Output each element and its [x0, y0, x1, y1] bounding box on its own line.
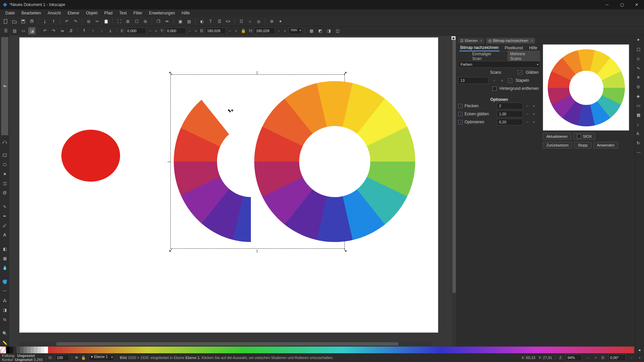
save-button[interactable]	[19, 18, 27, 25]
palette-swatch[interactable]	[606, 347, 610, 353]
group-button[interactable]: ▣	[176, 18, 184, 25]
palette-swatch[interactable]	[379, 347, 383, 353]
palette-swatch[interactable]	[470, 347, 474, 353]
snap-intersect[interactable]: ✕	[637, 75, 643, 81]
palette-swatch[interactable]	[104, 347, 107, 353]
speckles-inc[interactable]: +	[532, 103, 536, 109]
scans-dec[interactable]: −	[492, 77, 496, 84]
transform-button[interactable]: ⟐	[246, 18, 254, 25]
palette-swatch[interactable]	[627, 347, 631, 353]
palette-swatch[interactable]	[299, 347, 303, 353]
raise-top-button[interactable]: ⤒	[80, 27, 88, 35]
connector-tool[interactable]: ⇆	[1, 316, 8, 323]
palette-swatch[interactable]	[195, 347, 198, 353]
snap-center[interactable]: ⊙	[637, 84, 643, 90]
palette-swatch[interactable]	[76, 347, 79, 353]
flip-h-button[interactable]: ⇋	[59, 27, 66, 35]
x-inc[interactable]: +	[154, 27, 158, 34]
palette-swatch[interactable]	[107, 347, 111, 353]
palette-swatch[interactable]	[331, 347, 334, 353]
palette-swatch[interactable]	[338, 347, 341, 353]
palette-none[interactable]	[0, 347, 6, 353]
select-all-layers-button[interactable]: ☰	[2, 27, 9, 35]
fill-stroke-button[interactable]: ◐	[198, 18, 206, 25]
snap-page[interactable]: ▭	[637, 103, 643, 109]
speckles-input[interactable]	[497, 103, 523, 109]
palette-swatch[interactable]	[156, 347, 159, 353]
copy-button[interactable]: ⧉	[85, 18, 92, 25]
paintbucket-tool[interactable]: 🪣	[1, 278, 8, 286]
palette-swatch[interactable]	[209, 347, 212, 353]
close-icon[interactable]: ×	[531, 39, 533, 43]
palette-swatch[interactable]	[474, 347, 477, 353]
trace-button[interactable]: ◎	[255, 18, 262, 25]
palette-swatch[interactable]	[51, 347, 55, 353]
palette-swatch[interactable]	[212, 347, 215, 353]
palette-swatch[interactable]	[617, 347, 620, 353]
palette-swatch[interactable]	[495, 347, 498, 353]
layers-dialog-button[interactable]: ☰	[216, 18, 223, 25]
dock-tab-trace[interactable]: ◎Bitmap nachzeichnen×	[486, 38, 535, 44]
palette-swatch[interactable]	[313, 347, 317, 353]
palette-swatch[interactable]	[261, 347, 264, 353]
spiral-tool[interactable]: @	[1, 189, 8, 196]
menu-path[interactable]: Pfad	[101, 10, 116, 16]
palette-swatch[interactable]	[547, 347, 550, 353]
palette-swatch[interactable]	[585, 347, 589, 353]
node-tool[interactable]	[1, 137, 8, 145]
palette-swatch[interactable]	[425, 347, 428, 353]
clone-button[interactable]: ❐	[155, 18, 162, 25]
palette-swatch[interactable]	[13, 347, 16, 353]
palette-swatch[interactable]	[114, 347, 118, 353]
raise-button[interactable]: ↑	[89, 27, 97, 35]
palette-swatch[interactable]	[523, 347, 526, 353]
palette-swatch[interactable]	[292, 347, 296, 353]
palette-swatch[interactable]	[386, 347, 390, 353]
selector-tool[interactable]	[1, 37, 8, 135]
palette-swatch[interactable]	[6, 347, 9, 353]
gradient-tool[interactable]: ◧	[1, 245, 8, 253]
vertical-scrollbar[interactable]	[452, 36, 456, 347]
update-button[interactable]: Aktualisieren	[543, 133, 571, 140]
palette-swatch[interactable]	[516, 347, 519, 353]
color-wheel-full[interactable]	[254, 81, 415, 242]
optimize-dec[interactable]: −	[525, 119, 530, 125]
palette-swatch[interactable]	[610, 347, 613, 353]
palette-swatch[interactable]	[544, 347, 547, 353]
mesh-tool[interactable]: ▦	[1, 255, 8, 262]
layer-visibility-icon[interactable]: 👁	[75, 356, 78, 360]
text-dialog-button[interactable]: T	[207, 18, 214, 25]
palette-swatch[interactable]	[484, 347, 488, 353]
snap-bbox[interactable]: ▢	[637, 47, 643, 53]
dock-tab-layers[interactable]: ☰Ebenen×	[458, 38, 484, 44]
palette-swatch[interactable]	[557, 347, 561, 353]
siox-checkbox[interactable]: ✓SIOX	[573, 133, 595, 140]
palette-swatch[interactable]	[180, 347, 184, 353]
palette-swatch[interactable]	[306, 347, 310, 353]
palette-swatch[interactable]	[219, 347, 222, 353]
prefs-button[interactable]: ✦	[277, 18, 284, 25]
palette-swatch[interactable]	[20, 347, 23, 353]
palette-swatch[interactable]	[463, 347, 467, 353]
tweak-tool[interactable]: 〰	[1, 288, 8, 295]
pencil-tool[interactable]: ✎	[1, 203, 8, 210]
palette-swatch[interactable]	[135, 347, 139, 353]
palette-swatch[interactable]	[320, 347, 324, 353]
palette-swatch[interactable]	[498, 347, 501, 353]
palette-swatch[interactable]	[174, 347, 177, 353]
palette-swatch[interactable]	[149, 347, 153, 353]
palette-swatch[interactable]	[303, 347, 306, 353]
palette-swatch[interactable]	[69, 347, 72, 353]
palette-swatch[interactable]	[16, 347, 20, 353]
move-gradients-button[interactable]: ◨	[325, 27, 333, 35]
palette-swatch[interactable]	[582, 347, 585, 353]
palette-swatch[interactable]	[631, 347, 634, 353]
palette-swatch[interactable]	[93, 347, 97, 353]
smooth-checkbox[interactable]: ✓	[518, 70, 522, 75]
x-dec[interactable]: −	[148, 27, 152, 34]
corners-input[interactable]	[497, 111, 523, 117]
palette-swatch[interactable]	[589, 347, 592, 353]
palette-swatch[interactable]	[111, 347, 114, 353]
palette-swatch[interactable]	[491, 347, 494, 353]
menu-file[interactable]: Datei	[2, 10, 18, 16]
